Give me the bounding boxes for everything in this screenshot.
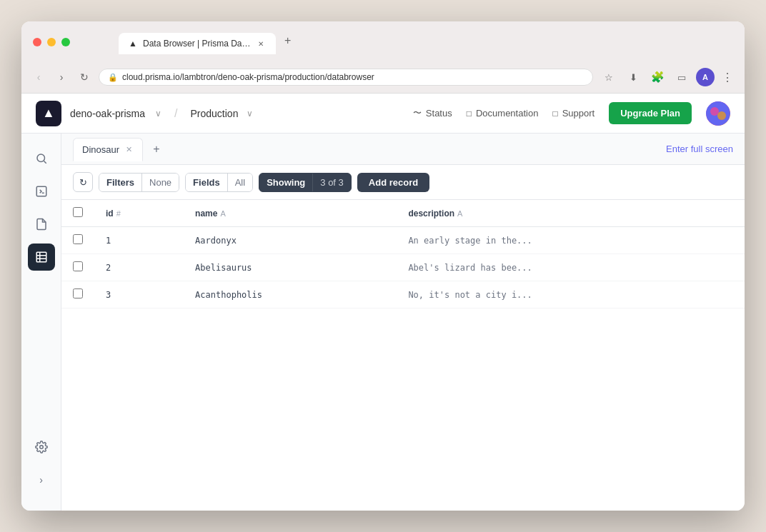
table-body: 1 Aardonyx An early stage in the... 2 Ab… [61, 227, 745, 308]
extensions-button[interactable]: 🧩 [647, 67, 667, 87]
tab-close-button[interactable]: ✕ [256, 39, 266, 49]
name-column-label: name [195, 209, 217, 219]
main-layout: › Dinosaur ✕ + Enter full screen ↻ [21, 134, 745, 511]
browser-tab-active[interactable]: ▲ Data Browser | Prisma Data Pla... ✕ [119, 33, 276, 54]
dinosaur-tab-close-button[interactable]: ✕ [124, 145, 134, 155]
nav-support-label: Support [562, 108, 595, 119]
sidebar-item-document[interactable] [28, 211, 55, 238]
lock-icon: 🔒 [108, 73, 118, 82]
refresh-button[interactable]: ↻ [73, 172, 93, 192]
chrome-profile-avatar[interactable]: A [696, 68, 715, 86]
filters-value[interactable]: None [142, 174, 179, 191]
filters-label[interactable]: Filters [99, 174, 142, 191]
row-name-cell: Aardonyx [184, 227, 397, 254]
nav-status[interactable]: 〜 Status [413, 107, 452, 119]
address-actions: ☆ ⬇ 🧩 ▭ A ⋮ [599, 67, 736, 87]
table-header-row: id # name A [61, 200, 745, 227]
id-column-label: id [106, 209, 114, 219]
browser-tab-bar: ▲ Data Browser | Prisma Data Pla... ✕ + [119, 30, 298, 54]
new-tab-button[interactable]: + [277, 30, 298, 51]
address-input[interactable]: 🔒 cloud.prisma.io/lambtron/deno-oak-pris… [99, 69, 593, 86]
svg-point-3 [37, 154, 45, 162]
name-column-header: name A [184, 200, 397, 227]
table-header: id # name A [61, 200, 745, 227]
status-nav-icon: 〜 [413, 107, 422, 119]
upgrade-plan-button[interactable]: Upgrade Plan [609, 102, 692, 124]
add-tab-button[interactable]: + [147, 140, 166, 159]
sidebar-expand-button[interactable]: › [28, 466, 55, 493]
table-row: 3 Acanthopholis No, it's not a city i... [61, 281, 745, 308]
select-all-column [61, 200, 94, 227]
showing-group: Showing 3 of 3 [259, 173, 352, 192]
reload-button[interactable]: ↻ [76, 69, 93, 86]
address-bar: ‹ › ↻ 🔒 cloud.prisma.io/lambtron/deno-oa… [21, 61, 745, 94]
nav-docs[interactable]: □ Documentation [467, 108, 539, 119]
project-name[interactable]: deno-oak-prisma [70, 108, 145, 119]
environment-name[interactable]: Production [191, 108, 239, 119]
showing-value: 3 of 3 [313, 174, 351, 191]
row-description-cell: An early stage in the... [397, 227, 745, 254]
table-row: 2 Abelisaurus Abel's lizard has bee... [61, 254, 745, 281]
row-checkbox-cell [61, 227, 94, 254]
enter-full-screen-link[interactable]: Enter full screen [666, 144, 733, 154]
row-id-cell: 1 [94, 227, 184, 254]
dinosaur-tab[interactable]: Dinosaur ✕ [73, 138, 143, 161]
download-button[interactable]: ⬇ [623, 67, 643, 87]
address-text: cloud.prisma.io/lambtron/deno-oak-prisma… [122, 72, 374, 82]
tabs-bar: Dinosaur ✕ + Enter full screen [61, 134, 745, 165]
row-name-cell: Acanthopholis [184, 281, 397, 308]
row-description-cell: No, it's not a city i... [397, 281, 745, 308]
select-all-checkbox[interactable] [73, 207, 83, 217]
title-bar: ▲ Data Browser | Prisma Data Pla... ✕ + [21, 21, 745, 61]
svg-point-2 [717, 111, 726, 120]
id-column-header: id # [94, 200, 184, 227]
filters-group: Filters None [99, 173, 179, 192]
environment-chevron-icon: ∨ [247, 109, 253, 119]
nav-status-label: Status [426, 108, 452, 119]
nav-support[interactable]: □ Support [552, 108, 595, 119]
maximize-window-button[interactable] [61, 38, 70, 46]
dinosaur-tab-label: Dinosaur [82, 144, 119, 155]
bookmark-button[interactable]: ☆ [599, 67, 619, 87]
row-checkbox-1[interactable] [73, 261, 83, 271]
sidebar-item-settings[interactable] [28, 433, 55, 461]
row-id-cell: 3 [94, 281, 184, 308]
window-controls: ▲ Data Browser | Prisma Data Pla... ✕ + [33, 30, 733, 54]
close-window-button[interactable] [33, 38, 41, 46]
user-avatar[interactable] [706, 101, 730, 126]
project-chevron-icon: ∨ [155, 109, 161, 119]
sidebar-item-terminal[interactable] [28, 178, 55, 205]
table-row: 1 Aardonyx An early stage in the... [61, 227, 745, 254]
minimize-window-button[interactable] [47, 38, 56, 46]
svg-rect-6 [36, 252, 46, 262]
add-record-button[interactable]: Add record [357, 173, 429, 192]
browser-window: ▲ Data Browser | Prisma Data Pla... ✕ + … [21, 21, 745, 511]
row-checkbox-2[interactable] [73, 288, 83, 298]
row-checkbox-cell [61, 254, 94, 281]
forward-button[interactable]: › [53, 69, 70, 86]
svg-point-10 [39, 446, 43, 449]
support-nav-icon: □ [552, 109, 557, 119]
sidebar: › [21, 134, 61, 511]
fields-group: Fields All [185, 173, 253, 192]
back-button[interactable]: ‹ [30, 69, 47, 86]
sidebar-item-table[interactable] [28, 244, 55, 271]
app-header: ▲ deno-oak-prisma ∨ / Production ∨ 〜 Sta… [21, 94, 745, 134]
docs-nav-icon: □ [467, 109, 472, 119]
fields-value[interactable]: All [228, 174, 252, 191]
row-checkbox-0[interactable] [73, 234, 83, 244]
row-description-cell: Abel's lizard has bee... [397, 254, 745, 281]
sidebar-item-search[interactable] [28, 145, 55, 172]
chrome-menu-button[interactable]: ⋮ [719, 71, 736, 84]
refresh-icon: ↻ [79, 177, 87, 188]
tab-title: Data Browser | Prisma Data Pla... [143, 39, 252, 49]
app-wrapper: ▲ deno-oak-prisma ∨ / Production ∨ 〜 Sta… [21, 94, 745, 511]
id-type-badge: # [116, 209, 121, 218]
fields-label[interactable]: Fields [186, 174, 228, 191]
data-table: id # name A [61, 200, 745, 511]
description-type-badge: A [457, 209, 462, 218]
showing-label: Showing [259, 174, 313, 191]
nav-docs-label: Documentation [476, 108, 538, 119]
header-separator: / [174, 107, 177, 120]
sidebar-toggle-button[interactable]: ▭ [672, 67, 692, 87]
